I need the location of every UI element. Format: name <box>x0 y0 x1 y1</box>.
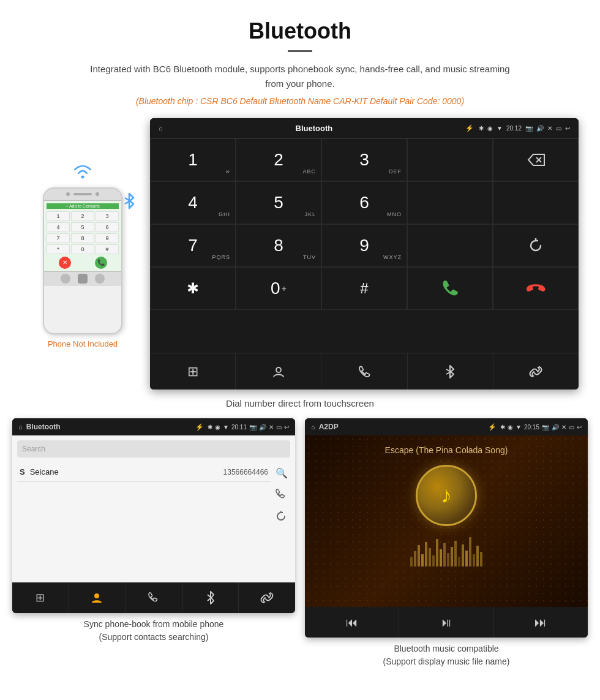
search-placeholder: Search <box>22 445 45 453</box>
dial-toolbar-link[interactable] <box>493 353 579 390</box>
music-equalizer <box>410 536 482 566</box>
dial-key-8[interactable]: 8TUV <box>236 224 321 267</box>
svg-point-5 <box>440 489 452 502</box>
music-time: 20:15 <box>524 424 539 431</box>
dial-call-button[interactable] <box>407 267 493 310</box>
contact-row[interactable]: S Seicane 13566664466 <box>17 462 271 482</box>
dial-key-star[interactable]: ✱ <box>150 267 236 310</box>
music-body: Escape (The Pina Colada Song) ♪ <box>305 435 588 607</box>
phonebook-body-wrapper: Search S Seicane 13566664466 🔍 <box>12 435 295 582</box>
contact-letter: S <box>20 467 25 476</box>
music-home-icon[interactable]: ⌂ <box>311 423 315 431</box>
phonebook-container: ⌂ Bluetooth ⚡ ✱◉▼ 20:11 📷🔊✕▭↩ Search <box>12 418 295 668</box>
pb-time: 20:11 <box>231 424 247 431</box>
wifi-icon <box>70 160 95 185</box>
dial-home-icon[interactable]: ⌂ <box>159 124 163 132</box>
top-row: + Add to Contacts 123 456 789 *0# ✕ 📞 <box>12 118 588 390</box>
music-screen: ⌂ A2DP ⚡ ✱◉▼ 20:15 📷🔊✕▭↩ Escape (The Pin… <box>305 418 588 638</box>
dial-statusbar: ⌂ Bluetooth ⚡ ✱◉▼ 20:12 📷🔊✕▭↩ <box>150 118 579 138</box>
pb-refresh-side-icon[interactable] <box>276 511 287 522</box>
dial-toolbar-dialpad[interactable]: ⊞ <box>150 353 236 390</box>
phonebook-statusbar: ⌂ Bluetooth ⚡ ✱◉▼ 20:11 📷🔊✕▭↩ <box>12 418 295 435</box>
dial-key-2[interactable]: 2ABC <box>236 138 321 181</box>
music-next[interactable]: ⏭ <box>494 607 588 638</box>
music-container: ⌂ A2DP ⚡ ✱◉▼ 20:15 📷🔊✕▭↩ Escape (The Pin… <box>305 418 588 668</box>
music-title: A2DP <box>319 423 484 431</box>
dial-backspace[interactable] <box>493 138 579 181</box>
pb-usb-icon: ⚡ <box>195 423 204 431</box>
phonebook-toolbar: ⊞ <box>12 582 295 613</box>
pb-search-side-icon[interactable]: 🔍 <box>276 467 288 479</box>
dial-key-1[interactable]: 1∞ <box>150 138 236 181</box>
phonebook-body: Search S Seicane 13566664466 🔍 <box>12 435 295 582</box>
dial-grid: 1∞ 2ABC 3DEF 4GHI <box>150 138 579 353</box>
music-song-title: Escape (The Pina Colada Song) <box>385 445 508 455</box>
dial-key-3[interactable]: 3DEF <box>321 138 407 181</box>
phone-container: + Add to Contacts 123 456 789 *0# ✕ 📞 <box>21 160 144 348</box>
page-title: Bluetooth <box>12 18 588 44</box>
dial-key-6[interactable]: 6MNO <box>321 181 407 224</box>
svg-point-4 <box>94 593 99 598</box>
pb-tool-phone[interactable] <box>126 582 182 613</box>
phone-add-contact: + Add to Contacts <box>47 203 119 209</box>
contact-number: 13566664466 <box>223 468 268 476</box>
dial-statusbar-title: Bluetooth <box>168 124 460 133</box>
music-caption: Bluetooth music compatible (Support disp… <box>383 642 510 668</box>
dial-screen: ⌂ Bluetooth ⚡ ✱◉▼ 20:12 📷🔊✕▭↩ 1∞ 2ABC <box>150 118 579 390</box>
dial-end-call-button[interactable] <box>493 267 579 310</box>
dial-key-9[interactable]: 9WXYZ <box>321 224 407 267</box>
header-divider <box>288 50 312 52</box>
pb-tool-user[interactable] <box>69 582 126 613</box>
dial-empty-1 <box>407 138 493 181</box>
music-controls: ⏮ ⏯ ⏭ <box>305 607 588 638</box>
phone-wrapper: + Add to Contacts 123 456 789 *0# ✕ 📞 <box>43 187 122 334</box>
svg-point-3 <box>276 367 281 372</box>
music-statusbar: ⌂ A2DP ⚡ ✱◉▼ 20:15 📷🔊✕▭↩ <box>305 418 588 435</box>
bluetooth-badge-icon <box>122 192 136 214</box>
phone-body: + Add to Contacts 123 456 789 *0# ✕ 📞 <box>43 187 122 334</box>
dial-toolbar: ⊞ <box>150 353 579 390</box>
header-specs: (Bluetooth chip : CSR BC6 Default Blueto… <box>12 96 588 106</box>
pb-phone-side-icon[interactable] <box>276 489 285 501</box>
dial-empty-4 <box>407 224 493 267</box>
dial-key-hash[interactable]: # <box>321 267 407 310</box>
dial-time: 20:12 <box>506 125 522 132</box>
phonebook-screen: ⌂ Bluetooth ⚡ ✱◉▼ 20:11 📷🔊✕▭↩ Search <box>12 418 295 613</box>
header-description: Integrated with BC6 Bluetooth module, su… <box>86 62 514 91</box>
dial-refresh[interactable] <box>493 224 579 267</box>
phone-bottom-bar <box>44 271 121 286</box>
music-status-icons: ✱◉▼ 20:15 📷🔊✕▭↩ <box>500 424 582 431</box>
pb-home-icon[interactable]: ⌂ <box>18 423 23 431</box>
dial-key-7[interactable]: 7PQRS <box>150 224 236 267</box>
contact-name: Seicane <box>30 467 219 476</box>
dial-key-0[interactable]: 0+ <box>236 267 321 310</box>
dial-empty-2 <box>407 181 493 224</box>
music-album-art: ♪ <box>416 465 477 526</box>
music-usb-icon: ⚡ <box>488 423 497 431</box>
page-header: Bluetooth Integrated with BC6 Bluetooth … <box>0 0 600 118</box>
dial-key-5[interactable]: 5JKL <box>236 181 321 224</box>
dial-key-4[interactable]: 4GHI <box>150 181 236 224</box>
pb-tool-bluetooth[interactable] <box>182 582 239 613</box>
dial-status-icons: ✱◉▼ 20:12 📷🔊✕▭↩ <box>479 125 570 132</box>
dial-caption: Dial number direct from touchscreen <box>226 398 374 408</box>
pb-tool-dialpad[interactable]: ⊞ <box>12 582 69 613</box>
phone-top-bar <box>44 189 121 201</box>
phonebook-caption: Sync phone-book from mobile phone (Suppo… <box>84 618 224 644</box>
dial-toolbar-contacts[interactable] <box>236 353 321 390</box>
pb-tool-link[interactable] <box>239 582 295 613</box>
dial-toolbar-call[interactable] <box>321 353 407 390</box>
svg-point-0 <box>81 175 84 178</box>
phone-screen: + Add to Contacts 123 456 789 *0# ✕ 📞 <box>44 201 121 271</box>
phonebook-search[interactable]: Search <box>17 440 290 457</box>
phone-dialpad: 123 456 789 *0# <box>47 211 119 254</box>
dial-usb-icon: ⚡ <box>465 124 474 132</box>
music-play-pause[interactable]: ⏯ <box>399 607 493 638</box>
dial-toolbar-bluetooth[interactable] <box>408 353 493 390</box>
phone-not-included-label: Phone Not Included <box>48 339 118 348</box>
pb-title: Bluetooth <box>26 423 192 431</box>
bottom-row: ⌂ Bluetooth ⚡ ✱◉▼ 20:11 📷🔊✕▭↩ Search <box>12 418 588 668</box>
main-section: + Add to Contacts 123 456 789 *0# ✕ 📞 <box>0 118 600 668</box>
dial-empty-3 <box>493 181 579 224</box>
music-prev[interactable]: ⏮ <box>305 607 399 638</box>
